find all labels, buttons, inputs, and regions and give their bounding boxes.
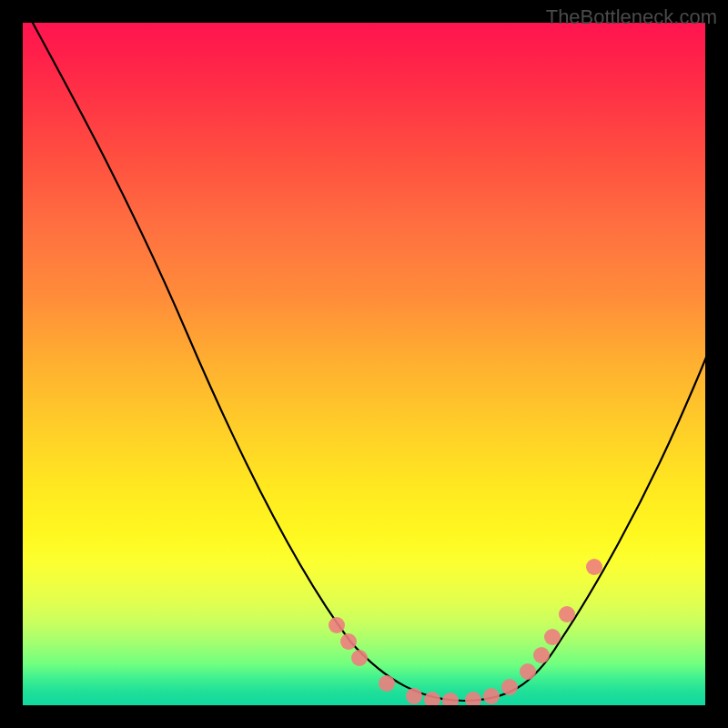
highlight-dot [501, 679, 518, 695]
highlight-dot [340, 633, 357, 650]
highlight-dot [329, 617, 345, 633]
highlight-dot [544, 629, 561, 645]
highlight-dot [520, 663, 536, 680]
highlight-dot [483, 688, 500, 704]
highlight-dot [586, 559, 602, 575]
highlight-dot [351, 650, 368, 666]
highlight-dot [465, 692, 481, 705]
watermark-text: TheBottleneck.com [546, 5, 717, 29]
highlight-dot [559, 606, 575, 622]
chart-plot-area [23, 23, 705, 705]
highlight-dot [379, 675, 395, 692]
highlight-dots-group [329, 559, 602, 705]
highlight-dot [406, 688, 422, 704]
highlight-dot [442, 693, 459, 705]
highlight-dot [533, 647, 550, 663]
highlight-dot [424, 692, 440, 705]
chart-dots-layer [23, 23, 705, 705]
